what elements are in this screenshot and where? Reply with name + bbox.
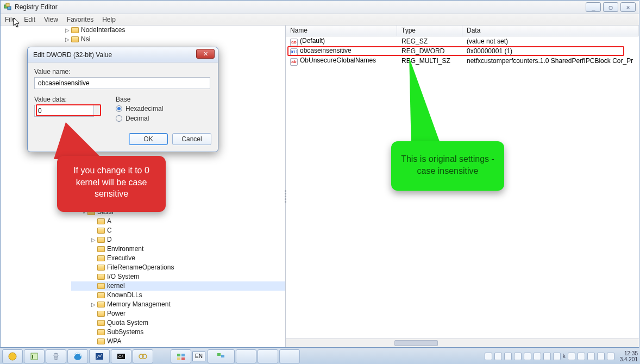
dialog-titlebar[interactable]: Edit DWORD (32-bit) Value ✕ xyxy=(28,47,218,62)
tree-item[interactable]: Executive xyxy=(71,254,285,263)
tray-icon[interactable] xyxy=(524,353,531,360)
menu-favorites[interactable]: Favorites xyxy=(67,16,93,23)
value-name-input[interactable] xyxy=(34,77,210,89)
taskbar-app-11[interactable] xyxy=(258,349,278,363)
value-data-input[interactable] xyxy=(34,105,94,117)
expander-icon[interactable]: ▿ xyxy=(81,208,86,217)
tray-icon[interactable] xyxy=(534,353,541,360)
menu-help[interactable]: Help xyxy=(102,16,116,23)
tray-icon[interactable] xyxy=(553,353,561,360)
expander-icon[interactable] xyxy=(91,263,96,272)
taskbar-app-4[interactable] xyxy=(67,349,88,363)
expander-icon[interactable]: ▷ xyxy=(81,347,86,347)
tree-item[interactable]: ▷Servi xyxy=(71,198,285,208)
scroll-thumb[interactable] xyxy=(394,340,438,346)
tree-item[interactable]: A xyxy=(71,217,285,226)
expander-icon[interactable]: ▷ xyxy=(65,26,70,35)
expander-icon[interactable]: ▷ xyxy=(81,180,86,189)
taskbar-app-3[interactable] xyxy=(46,349,66,363)
expander-icon[interactable] xyxy=(91,217,96,226)
radio-hexadecimal[interactable] xyxy=(116,105,122,112)
clock[interactable]: 12:35 3.4.201 xyxy=(620,350,638,362)
tree-item[interactable]: ▷SNMP xyxy=(71,346,285,347)
tree-item[interactable]: ▷NodeInterfaces xyxy=(55,26,285,35)
tray-icon[interactable] xyxy=(494,353,502,360)
tree-item[interactable]: Power xyxy=(71,309,285,318)
taskbar-active-app[interactable] xyxy=(208,349,235,363)
col-data[interactable]: Data xyxy=(462,26,639,36)
tray-icon[interactable] xyxy=(578,353,585,360)
tray-icon[interactable] xyxy=(568,353,575,360)
expander-icon[interactable] xyxy=(91,310,96,318)
tray-icon[interactable] xyxy=(607,353,614,360)
menu-file[interactable]: File xyxy=(5,16,15,23)
cancel-button[interactable]: Cancel xyxy=(172,133,211,145)
tree-item[interactable]: ▿Sessi xyxy=(71,208,285,217)
taskbar-app-12[interactable] xyxy=(279,349,300,363)
tray-icon[interactable] xyxy=(514,353,522,360)
expander-icon[interactable] xyxy=(91,328,96,337)
ok-button[interactable]: OK xyxy=(129,133,168,145)
tree-item[interactable]: I/O System xyxy=(71,272,285,281)
expander-icon[interactable] xyxy=(91,282,96,291)
tree-item[interactable]: ▷Ser xyxy=(71,189,285,198)
titlebar[interactable]: Registry Editor ⎯ ▢ ✕ xyxy=(1,1,639,14)
maximize-button[interactable]: ▢ xyxy=(603,2,618,12)
splitter-handle[interactable] xyxy=(282,185,288,207)
tray-icon[interactable] xyxy=(504,353,512,360)
expander-icon[interactable]: ▷ xyxy=(91,300,96,309)
list-row[interactable]: abObUnsecureGlobalNamesREG_MULTI_SZnetfx… xyxy=(286,56,639,66)
tree-item[interactable]: KnownDLLs xyxy=(71,291,285,300)
expander-icon[interactable] xyxy=(91,254,96,263)
tray-icon[interactable] xyxy=(485,353,492,360)
col-type[interactable]: Type xyxy=(397,26,462,36)
expander-icon[interactable]: ▷ xyxy=(81,190,86,198)
expander-icon[interactable]: ▷ xyxy=(91,236,96,244)
expander-icon[interactable] xyxy=(91,227,96,235)
tree-item[interactable]: FileRenameOperations xyxy=(71,263,285,272)
tree-item[interactable]: ▷Ser xyxy=(71,180,285,189)
radio-decimal[interactable] xyxy=(116,115,122,122)
expander-icon[interactable]: ▷ xyxy=(81,199,86,208)
taskbar-app-6[interactable]: C:\ xyxy=(111,349,131,363)
tree-item[interactable]: ▷Nsi xyxy=(55,35,285,44)
tree-item[interactable]: ▷D xyxy=(71,235,285,244)
dialog-close-button[interactable]: ✕ xyxy=(196,49,215,59)
tree-item[interactable]: Environment xyxy=(71,244,285,254)
tray-icon[interactable] xyxy=(543,353,551,360)
tree-item[interactable]: C xyxy=(71,226,285,235)
tree-item[interactable]: ▷Memory Management xyxy=(71,300,285,309)
taskbar-app-1[interactable] xyxy=(2,349,23,363)
col-name[interactable]: Name xyxy=(286,26,397,36)
list-header[interactable]: Name Type Data xyxy=(286,26,639,36)
close-button[interactable]: ✕ xyxy=(620,2,636,12)
taskbar-app-5[interactable] xyxy=(89,349,110,363)
tree-item[interactable]: Quota System xyxy=(71,318,285,328)
tree-item-label: Power xyxy=(107,310,126,317)
expander-icon[interactable]: ▷ xyxy=(65,35,70,44)
horizontal-scrollbar[interactable] xyxy=(286,338,639,347)
tray-icon[interactable] xyxy=(597,353,605,360)
menu-view[interactable]: View xyxy=(44,16,58,23)
value-list[interactable]: Name Type Data ab(Default)REG_SZ(value n… xyxy=(286,26,639,347)
expander-icon[interactable] xyxy=(91,291,96,300)
list-row[interactable]: 011obcaseinsensitiveREG_DWORD0x00000001 … xyxy=(286,46,639,56)
menu-edit[interactable]: Edit xyxy=(24,16,35,23)
taskbar-app-7[interactable] xyxy=(133,349,153,363)
expander-icon[interactable] xyxy=(91,245,96,254)
minimize-button[interactable]: ⎯ xyxy=(586,2,601,12)
language-indicator[interactable]: EN xyxy=(192,352,205,361)
expander-icon[interactable] xyxy=(91,319,96,328)
tree-item[interactable]: SubSystems xyxy=(71,328,285,337)
tree-item[interactable]: WPA xyxy=(71,337,285,346)
tray-icon[interactable] xyxy=(587,353,595,360)
system-tray[interactable]: k 12:35 3.4.201 xyxy=(485,350,638,362)
tree-item[interactable]: kernel xyxy=(71,281,285,291)
taskbar-app-2[interactable] xyxy=(24,349,45,363)
taskbar-app-8[interactable] xyxy=(171,349,191,363)
expander-icon[interactable] xyxy=(91,273,96,281)
list-row[interactable]: ab(Default)REG_SZ(value not set) xyxy=(286,36,639,46)
expander-icon[interactable] xyxy=(91,337,96,346)
taskbar[interactable]: C:\ EN k 12:35 3.4.201 xyxy=(0,348,640,364)
taskbar-app-10[interactable] xyxy=(236,349,256,363)
